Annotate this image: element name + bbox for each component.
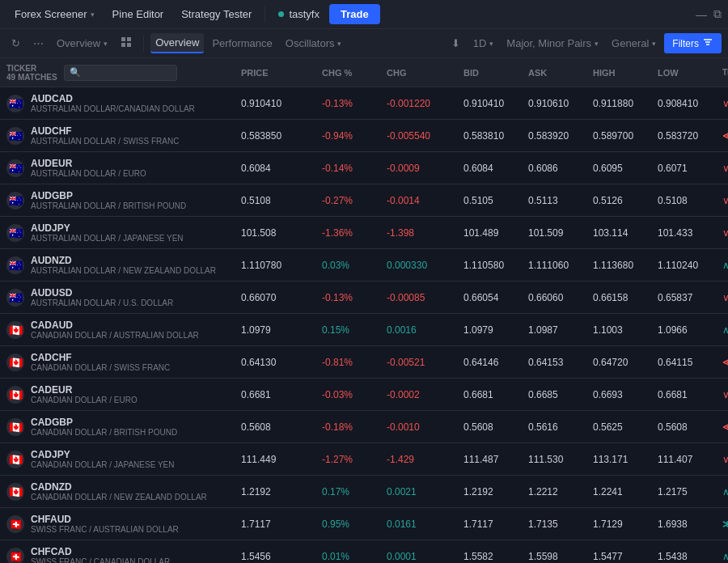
forex-screener-nav[interactable]: Forex Screener ▾ — [6, 0, 103, 28]
tab-overview[interactable]: Overview — [150, 33, 204, 53]
maximize-icon[interactable]: ⧉ — [713, 7, 722, 21]
grid-view-button[interactable] — [116, 33, 137, 53]
pair-filter-label: Major, Minor Pairs — [506, 37, 591, 49]
rating-badge: ∨ Sell — [722, 454, 728, 465]
rating-arrow: ≪ — [722, 357, 728, 368]
tab-performance[interactable]: Performance — [207, 34, 277, 53]
table-row[interactable]: 🇦🇺 AUDGBP AUSTRALIAN DOLLAR / BRITISH PO… — [0, 184, 728, 217]
low-cell: 0.908410 — [651, 98, 716, 109]
rating-badge: ∨ Sell — [722, 195, 728, 206]
table-row[interactable]: 🇦🇺 AUDCAD AUSTRALIAN DOLLAR/CANADIAN DOL… — [0, 87, 728, 120]
matches-label: 49 MATCHES — [6, 73, 57, 82]
view-chevron: ▾ — [652, 40, 656, 48]
dots-icon: ⋯ — [33, 37, 44, 49]
ticker-cell: 🇨🇦 CADNZD CANADIAN DOLLAR / NEW ZEALAND … — [0, 481, 235, 502]
strategy-tester-nav[interactable]: Strategy Tester — [173, 0, 260, 28]
rating-badge: ∨ Sell — [722, 98, 728, 109]
ask-cell: 1.0987 — [522, 324, 586, 336]
chg-pct-cell: -0.18% — [315, 421, 380, 433]
table-row[interactable]: 🇨🇦 CADNZD CANADIAN DOLLAR / NEW ZEALAND … — [0, 476, 728, 508]
rating-badge: ≪ Strong Sell — [722, 351, 728, 374]
rating-badge: ≫ Strong Buy — [722, 513, 728, 535]
table-row[interactable]: 🇨🇭 CHFAUD SWISS FRANC / AUSTRALIAN DOLLA… — [0, 508, 728, 540]
view-label: General — [612, 37, 649, 49]
pair-filter-button[interactable]: Major, Minor Pairs ▾ — [502, 34, 603, 53]
top-navigation: Forex Screener ▾ Pine Editor Strategy Te… — [0, 0, 728, 29]
rating-cell: ≪ Strong Sell — [716, 351, 728, 374]
table-row[interactable]: 🇨🇦 CADGBP CANADIAN DOLLAR / BRITISH POUN… — [0, 411, 728, 443]
filters-button[interactable]: Filters — [664, 33, 722, 53]
rating-arrow: ∨ — [722, 195, 728, 206]
table-row[interactable]: 🇦🇺 AUDEUR AUSTRALIAN DOLLAR / EURO 0.608… — [0, 152, 728, 184]
broker-label: tastyfx — [289, 8, 320, 20]
ticker-desc: SWISS FRANC / AUSTRALIAN DOLLAR — [31, 525, 179, 534]
ask-cell: 111.530 — [522, 454, 586, 465]
svg-rect-3 — [127, 43, 131, 47]
table-row[interactable]: 🇦🇺 AUDUSD AUSTRALIAN DOLLAR / U.S. DOLLA… — [0, 282, 728, 314]
ask-cell: 1.2212 — [522, 486, 586, 497]
chg-pct-cell: -1.36% — [315, 227, 380, 239]
ticker-info: CHFCAD SWISS FRANC / CANADIAN DOLLAR — [31, 546, 170, 563]
ticker-name: CADEUR — [31, 384, 138, 396]
table-row[interactable]: 🇨🇦 CADAUD CANADIAN DOLLAR / AUSTRALIAN D… — [0, 314, 728, 346]
chg-pct-cell: -0.94% — [315, 130, 380, 142]
flag-icon: 🇦🇺 — [6, 289, 24, 307]
rating-badge: ∨ Sell — [722, 389, 728, 400]
chg-pct-cell: -0.03% — [315, 389, 380, 400]
rating-arrow: ∧ — [722, 486, 728, 497]
ticker-cell: 🇨🇭 CHFAUD SWISS FRANC / AUSTRALIAN DOLLA… — [0, 514, 235, 534]
ticker-info: CADEUR CANADIAN DOLLAR / EURO — [31, 384, 138, 404]
table-row[interactable]: 🇦🇺 AUDJPY AUSTRALIAN DOLLAR / JAPANESE Y… — [0, 217, 728, 249]
ticker-info: CADJPY CANADIAN DOLLAR / JAPANESE YEN — [31, 449, 174, 469]
menu-button[interactable]: ⋯ — [28, 34, 49, 53]
ticker-info: AUDJPY AUSTRALIAN DOLLAR / JAPANESE YEN — [31, 222, 184, 243]
bid-cell: 0.5608 — [457, 421, 522, 433]
bid-cell: 0.64146 — [457, 357, 522, 368]
interval-button[interactable]: 1D ▾ — [468, 34, 499, 53]
ask-cell: 1.111060 — [522, 260, 586, 271]
refresh-button[interactable]: ↻ — [6, 34, 25, 53]
search-input[interactable] — [84, 67, 173, 78]
table-row[interactable]: 🇨🇭 CHFCAD SWISS FRANC / CANADIAN DOLLAR … — [0, 540, 728, 563]
trade-button[interactable]: Trade — [329, 4, 380, 24]
download-button[interactable]: ⬇ — [447, 34, 465, 53]
table-row[interactable]: 🇦🇺 AUDCHF AUSTRALIAN DOLLAR / SWISS FRAN… — [0, 120, 728, 152]
low-cell: 0.64115 — [651, 357, 716, 368]
low-cell: 0.583720 — [651, 130, 716, 142]
ticker-desc: CANADIAN DOLLAR / EURO — [31, 396, 138, 404]
high-cell: 1.5477 — [586, 551, 651, 562]
table-row[interactable]: 🇦🇺 AUDNZD AUSTRALIAN DOLLAR / NEW ZEALAN… — [0, 249, 728, 282]
table-row[interactable]: 🇨🇦 CADCHF CANADIAN DOLLAR / SWISS FRANC … — [0, 346, 728, 379]
ask-cell: 0.5616 — [522, 421, 586, 433]
bid-cell: 1.7117 — [457, 519, 522, 530]
rating-arrow: ∨ — [722, 98, 728, 109]
svg-rect-2 — [121, 43, 125, 47]
ticker-name: AUDUSD — [31, 287, 173, 298]
chg-cell: -1.398 — [380, 227, 457, 239]
minimize-icon[interactable]: — — [696, 8, 707, 21]
ticker-cell: 🇦🇺 AUDGBP AUSTRALIAN DOLLAR / BRITISH PO… — [0, 190, 235, 210]
search-box[interactable]: 🔍 — [64, 65, 177, 81]
ticker-desc: AUSTRALIAN DOLLAR / BRITISH POUND — [31, 201, 186, 210]
th-price: PRICE — [235, 68, 315, 78]
table-header: TICKER 49 MATCHES 🔍 PRICE CHG % CHG BID … — [0, 58, 728, 87]
rating-arrow: ≪ — [722, 130, 728, 142]
ask-cell: 101.509 — [522, 227, 586, 239]
table-row[interactable]: 🇨🇦 CADJPY CANADIAN DOLLAR / JAPANESE YEN… — [0, 443, 728, 476]
overview-dropdown-button[interactable]: Overview ▾ — [52, 34, 112, 53]
overview-tab-label: Overview — [155, 36, 199, 49]
ticker-name: AUDCHF — [31, 125, 179, 137]
ticker-cell: 🇦🇺 AUDCAD AUSTRALIAN DOLLAR/CANADIAN DOL… — [0, 93, 235, 113]
view-button[interactable]: General ▾ — [607, 34, 661, 53]
toolbar-right: ⬇ 1D ▾ Major, Minor Pairs ▾ General ▾ Fi… — [447, 33, 722, 53]
price-cell: 0.5608 — [235, 421, 315, 433]
pine-editor-nav[interactable]: Pine Editor — [104, 0, 172, 28]
chg-cell: -0.00521 — [380, 357, 457, 368]
ask-cell: 1.5598 — [522, 551, 586, 562]
table-row[interactable]: 🇨🇦 CADEUR CANADIAN DOLLAR / EURO 0.6681 … — [0, 379, 728, 411]
bid-cell: 1.0979 — [457, 324, 522, 336]
ticker-name: CADAUD — [31, 320, 199, 331]
tab-oscillators[interactable]: Oscillators ▾ — [281, 34, 347, 53]
chg-cell: 0.0161 — [380, 519, 457, 530]
chg-cell: -1.429 — [380, 454, 457, 465]
